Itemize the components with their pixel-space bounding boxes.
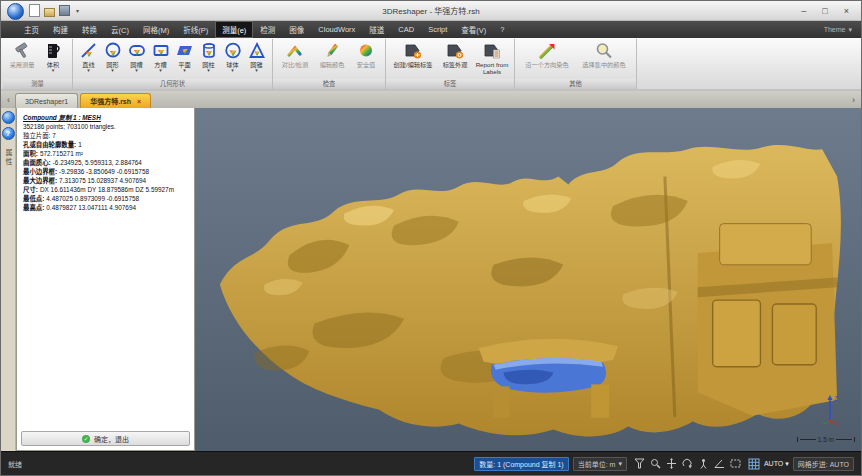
chevron-down-icon[interactable]: ▾ bbox=[255, 68, 258, 73]
doc-tabs-back-icon[interactable]: ‹ bbox=[4, 95, 13, 105]
ribbon-group-measure: 采用测量 体积 ▾ 测量 bbox=[3, 39, 73, 89]
tab-measure[interactable]: 测量(e) bbox=[215, 21, 253, 38]
help-icon[interactable]: ? bbox=[2, 127, 15, 140]
tag-report-icon bbox=[482, 41, 502, 61]
tab-home[interactable]: 主页 bbox=[17, 21, 46, 38]
tag-plus-icon bbox=[403, 41, 423, 61]
mesh-info-line: 最小边界框:-9.29836 -3.850649 -0.6915758 bbox=[23, 167, 188, 176]
grid-step-field[interactable]: 网格步进: AUTO bbox=[793, 457, 854, 471]
close-button[interactable]: × bbox=[844, 6, 849, 16]
doc-tabs-forward-icon[interactable]: › bbox=[849, 95, 858, 105]
chevron-down-icon[interactable]: ▾ bbox=[183, 68, 186, 73]
select-rect-icon[interactable] bbox=[730, 458, 741, 469]
ribbon-tab-bar: 主页 构建 转换 云(C) 网格(M) 折线(P) 测量(e) 检测 图像 Cl… bbox=[1, 21, 861, 38]
rect-slot-tool-button[interactable]: 方槽 ▾ bbox=[149, 40, 172, 74]
line-tool-button[interactable]: 直线 ▾ bbox=[77, 40, 100, 74]
survey-measure-button[interactable]: 采用测量 bbox=[7, 40, 37, 69]
group-label-inspection: 检查 bbox=[273, 79, 385, 89]
mesh-info-line: 尺寸:DX 16.611436m DY 18.879586m DZ 5.5992… bbox=[23, 185, 188, 194]
angle-icon[interactable] bbox=[714, 458, 725, 469]
hammer-icon bbox=[13, 41, 31, 61]
save-file-icon[interactable] bbox=[59, 5, 70, 16]
ribbon-group-labels: 创建/编辑标签 标签外观 Report from Labels 标签 bbox=[386, 39, 515, 89]
edit-colors-button[interactable]: 编辑颜色 bbox=[314, 40, 350, 69]
tab-inspect[interactable]: 检测 bbox=[253, 21, 282, 38]
safe-value-button[interactable]: 安全值 bbox=[351, 40, 381, 69]
chevron-down-icon[interactable]: ▾ bbox=[52, 68, 55, 73]
plane-tool-button[interactable]: 平面 ▾ bbox=[173, 40, 196, 74]
chevron-down-icon[interactable]: ▾ bbox=[231, 68, 234, 73]
round-slot-tool-button[interactable]: 圆槽 ▾ bbox=[125, 40, 148, 74]
doc-tab-untitled[interactable]: 3DReshaper1 bbox=[15, 93, 78, 108]
tab-image[interactable]: 图像 bbox=[282, 21, 311, 38]
chevron-down-icon[interactable]: ▾ bbox=[135, 68, 138, 73]
unit-selector[interactable]: 当前单位: m ▾ bbox=[573, 457, 627, 471]
compare-inspect-button[interactable]: 对比/检测 bbox=[277, 40, 313, 69]
apply-orb-icon[interactable] bbox=[2, 111, 15, 124]
window-controls: – □ × bbox=[801, 6, 861, 16]
propagate-color-button[interactable]: 沿一个方向染色 bbox=[519, 40, 575, 69]
zoom-icon[interactable] bbox=[650, 458, 661, 469]
mesh-info-line: 最低点:4.487025 0.8973099 -0.6915758 bbox=[23, 194, 188, 203]
viewport-3d[interactable]: Z 1.5 m bbox=[195, 108, 861, 451]
circle-tool-button[interactable]: 圆形 ▾ bbox=[101, 40, 124, 74]
tab-tunnel[interactable]: 隧道 bbox=[362, 21, 391, 38]
grid-icon[interactable] bbox=[748, 458, 760, 470]
group-label-shapes: 几何形状 bbox=[73, 79, 272, 89]
properties-panel-tab[interactable]: 属性 bbox=[3, 149, 13, 167]
group-label-other: 其他 bbox=[515, 79, 636, 89]
app-logo-icon[interactable] bbox=[7, 3, 24, 20]
mesh-counts: 352186 points; 703100 triangles. bbox=[23, 122, 188, 131]
auto-toggle[interactable]: AUTO ▾ bbox=[764, 460, 789, 468]
move-icon[interactable] bbox=[666, 458, 677, 469]
tag-gear-icon bbox=[445, 41, 465, 61]
volume-button[interactable]: 体积 ▾ bbox=[38, 40, 68, 74]
tab-cloudworx[interactable]: CloudWorx bbox=[311, 21, 362, 38]
ribbon-group-other: 沿一个方向染色 选择集中的颜色 其他 bbox=[515, 39, 637, 89]
pick-color-button[interactable]: 选择集中的颜色 bbox=[576, 40, 632, 69]
rect-slot-shape-icon bbox=[152, 41, 170, 61]
tab-transform[interactable]: 转换 bbox=[75, 21, 104, 38]
tab-help[interactable]: ? bbox=[493, 21, 511, 38]
close-icon[interactable]: × bbox=[137, 98, 141, 105]
cone-tool-button[interactable]: 圆锥 ▾ bbox=[245, 40, 268, 74]
label-appearance-button[interactable]: 标签外观 bbox=[437, 40, 473, 69]
tab-mesh[interactable]: 网格(M) bbox=[136, 21, 176, 38]
walk-icon[interactable] bbox=[698, 458, 709, 469]
magnifier-icon bbox=[595, 41, 613, 61]
chevron-down-icon[interactable]: ▾ bbox=[159, 68, 162, 73]
status-ready: 就绪 bbox=[8, 459, 22, 469]
tab-cad[interactable]: CAD bbox=[391, 21, 421, 38]
new-file-icon[interactable] bbox=[29, 4, 40, 17]
selection-info[interactable]: 数量: 1 (Compound 复制 1) bbox=[474, 457, 568, 471]
doc-tab-current[interactable]: 华强方特.rsh × bbox=[80, 93, 151, 108]
tab-script[interactable]: Script bbox=[421, 21, 454, 38]
tab-cloud[interactable]: 云(C) bbox=[104, 21, 136, 38]
report-from-labels-button[interactable]: Report from Labels bbox=[474, 40, 510, 76]
rotate-icon[interactable] bbox=[682, 458, 693, 469]
tab-polyline[interactable]: 折线(P) bbox=[176, 21, 215, 38]
qat-dropdown-icon[interactable]: ▾ bbox=[76, 7, 79, 14]
chevron-down-icon: ▾ bbox=[785, 460, 789, 468]
tab-construct[interactable]: 构建 bbox=[46, 21, 75, 38]
scale-bar: 1.5 m bbox=[797, 436, 855, 443]
z-axis-label: Z bbox=[834, 395, 838, 402]
cylinder-tool-button[interactable]: 圆柱 ▾ bbox=[197, 40, 220, 74]
sphere-tool-button[interactable]: 球体 ▾ bbox=[221, 40, 244, 74]
tab-view[interactable]: 查看(V) bbox=[454, 21, 493, 38]
minimize-button[interactable]: – bbox=[801, 6, 806, 16]
beaker-icon bbox=[44, 41, 62, 61]
circle-shape-icon bbox=[104, 41, 122, 61]
window-title: 3DReshaper - 华强方特.rsh bbox=[1, 5, 861, 16]
ok-exit-button[interactable]: ✓ 确定，退出 bbox=[21, 431, 190, 446]
open-file-icon[interactable] bbox=[44, 8, 55, 17]
chevron-down-icon[interactable]: ▾ bbox=[111, 68, 114, 73]
compare-arrow-icon bbox=[286, 41, 304, 61]
theme-selector[interactable]: Theme▾ bbox=[824, 21, 861, 38]
filter-icon[interactable] bbox=[634, 458, 645, 469]
status-bar: 就绪 数量: 1 (Compound 复制 1) 当前单位: m ▾ AUTO … bbox=[1, 451, 861, 475]
maximize-button[interactable]: □ bbox=[822, 6, 827, 16]
chevron-down-icon[interactable]: ▾ bbox=[207, 68, 210, 73]
chevron-down-icon[interactable]: ▾ bbox=[87, 68, 90, 73]
create-edit-label-button[interactable]: 创建/编辑标签 bbox=[390, 40, 436, 69]
